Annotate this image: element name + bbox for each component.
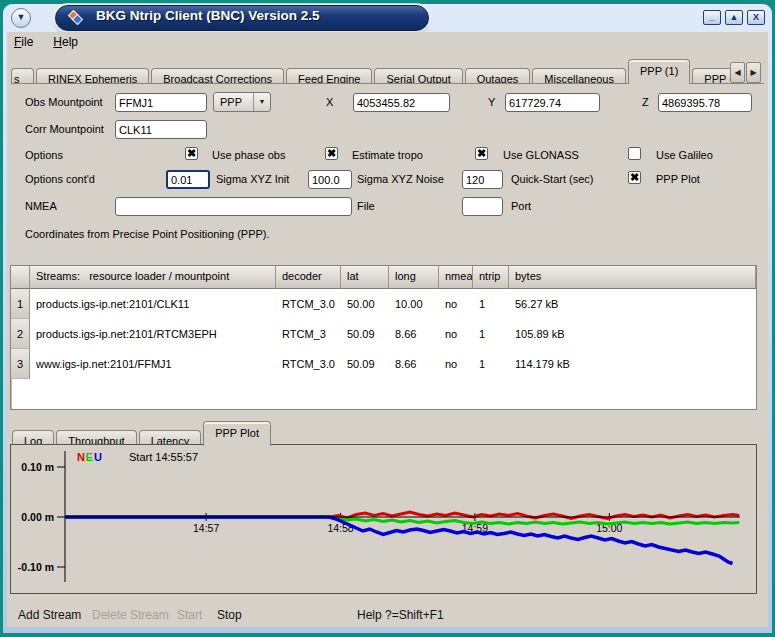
corr-mountpoint-input[interactable]: [115, 120, 207, 139]
use-glonass-label: Use GLONASS: [503, 149, 579, 161]
row-number[interactable]: 1: [11, 289, 30, 319]
titlebar[interactable]: ▼ BKG Ntrip Client (BNC) Version 2.5 _ ▲…: [3, 4, 772, 32]
table-cell: 50.09: [341, 349, 389, 379]
file-label: File: [357, 200, 375, 212]
options-label: Options: [25, 149, 63, 161]
table-cell: 8.66: [389, 319, 439, 349]
mode-select-value: PPP: [214, 93, 253, 111]
table-row[interactable]: 1products.igs-ip.net:2101/CLK11RTCM_3.05…: [11, 289, 756, 319]
row-number[interactable]: 3: [11, 349, 30, 379]
tab-miscellaneous[interactable]: Miscellaneous: [532, 68, 626, 84]
window-controls: _ ▲ X: [703, 10, 765, 25]
tab-s[interactable]: s: [11, 68, 34, 84]
tab-ppp-2-[interactable]: PPP (2): [692, 68, 730, 84]
port-label: Port: [511, 200, 531, 212]
desktop-frame: ▼ BKG Ntrip Client (BNC) Version 2.5 _ ▲…: [0, 0, 775, 637]
table-cell: RTCM_3: [276, 319, 341, 349]
app-icon: [66, 8, 84, 26]
row-number[interactable]: 2: [11, 319, 30, 349]
table-cell: products.igs-ip.net:2101/CLK11: [30, 289, 276, 319]
obs-mountpoint-input[interactable]: [115, 93, 207, 112]
estimate-tropo-label: Estimate tropo: [352, 149, 423, 161]
tab-feed-engine[interactable]: Feed Engine: [286, 68, 372, 84]
use-glonass-checkbox[interactable]: ✖: [475, 147, 488, 160]
table-cell: RTCM_3.0: [276, 349, 341, 379]
table-cell: 1: [473, 319, 509, 349]
table-cell: 8.66: [389, 349, 439, 379]
tab-outages[interactable]: Outages: [465, 68, 531, 84]
table-cell: 114.179 kB: [509, 349, 756, 379]
table-row[interactable]: 2products.igs-ip.net:2101/RTCM3EPHRTCM_3…: [11, 319, 756, 349]
menu-file[interactable]: File: [8, 33, 39, 51]
tab-ppp-plot[interactable]: PPP Plot: [203, 421, 271, 446]
sigma-xyz-noise-label: Sigma XYZ Noise: [357, 173, 444, 185]
mode-select[interactable]: PPP ▼: [213, 92, 271, 112]
z-label: Z: [642, 96, 649, 108]
x-coordinate-input[interactable]: [353, 93, 450, 112]
tab-broadcast-corrections[interactable]: Broadcast Corrections: [151, 68, 284, 84]
table-cell: no: [439, 319, 473, 349]
tab-rinex-ephemeris[interactable]: RINEX Ephemeris: [36, 68, 149, 84]
panel-caption: Coordinates from Precise Point Positioni…: [25, 228, 270, 240]
minimize-icon[interactable]: _: [703, 10, 721, 25]
plot-start-time: Start 14:55:57: [129, 451, 198, 463]
legend-U: U: [94, 451, 102, 463]
column-header: long: [389, 266, 439, 289]
delete-stream-button[interactable]: Delete Stream: [88, 606, 173, 624]
svg-text:0.10 m: 0.10 m: [21, 461, 54, 473]
ppp-plot-canvas: 0.10 m0.00 m-0.10 m14:5714:5814:5915:00N…: [11, 445, 756, 593]
column-header: nmea: [439, 266, 473, 289]
chevron-down-icon: ▼: [17, 12, 26, 22]
z-coordinate-input[interactable]: [658, 93, 752, 112]
streams-table: Streams: resource loader / mountpointdec…: [10, 265, 757, 410]
start-button[interactable]: Start: [173, 606, 206, 624]
main-tab-bar: sRINEX EphemerisBroadcast CorrectionsFee…: [11, 59, 730, 84]
table-cell: 50.09: [341, 319, 389, 349]
sigma-xyz-init-label: Sigma XYZ Init: [216, 173, 289, 185]
column-header: bytes: [509, 266, 756, 289]
sigma-xyz-noise-input[interactable]: [308, 170, 352, 189]
x-label: X: [326, 96, 333, 108]
tab-scroll-buttons: ◀ ▶: [730, 62, 761, 83]
use-phase-obs-checkbox[interactable]: ✖: [185, 147, 198, 160]
close-icon[interactable]: X: [747, 10, 765, 25]
table-cell: no: [439, 349, 473, 379]
column-header: Streams: resource loader / mountpoint: [30, 266, 276, 289]
y-coordinate-input[interactable]: [505, 93, 600, 112]
corr-mountpoint-label: Corr Mountpoint: [25, 123, 104, 135]
table-cell: RTCM_3.0: [276, 289, 341, 319]
ppp-plot-panel: 0.10 m0.00 m-0.10 m14:5714:5814:5915:00N…: [10, 444, 757, 594]
table-row[interactable]: 3www.igs-ip.net:2101/FFMJ1RTCM_3.050.098…: [11, 349, 756, 379]
nmea-file-input[interactable]: [115, 197, 352, 216]
table-cell: 56.27 kB: [509, 289, 756, 319]
tab-serial-output[interactable]: Serial Output: [374, 68, 462, 84]
estimate-tropo-checkbox[interactable]: ✖: [325, 147, 338, 160]
tab-scroll-left-icon[interactable]: ◀: [730, 62, 745, 83]
maximize-icon[interactable]: ▲: [725, 10, 743, 25]
table-cell: 105.89 kB: [509, 319, 756, 349]
action-bar: Help ?=Shift+F1 Add StreamDelete StreamS…: [7, 606, 768, 626]
table-cell: 50.00: [341, 289, 389, 319]
window-menu-button[interactable]: ▼: [11, 8, 31, 28]
table-cell: www.igs-ip.net:2101/FFMJ1: [30, 349, 276, 379]
column-header: lat: [341, 266, 389, 289]
sigma-xyz-init-input[interactable]: [166, 170, 210, 189]
options-contd-label: Options cont'd: [25, 173, 95, 185]
table-cell: products.igs-ip.net:2101/RTCM3EPH: [30, 319, 276, 349]
use-galileo-checkbox[interactable]: [628, 147, 641, 160]
column-header: decoder: [276, 266, 341, 289]
nmea-label: NMEA: [25, 200, 57, 212]
add-stream-button[interactable]: Add Stream: [14, 606, 85, 624]
ppp-plot-checkbox[interactable]: ✖: [628, 171, 641, 184]
chevron-down-icon: ▼: [253, 93, 270, 111]
y-label: Y: [488, 96, 495, 108]
tab-ppp-1-[interactable]: PPP (1): [628, 59, 690, 84]
stop-button[interactable]: Stop: [213, 606, 246, 624]
use-phase-obs-label: Use phase obs: [212, 149, 285, 161]
svg-text:0.00 m: 0.00 m: [21, 511, 54, 523]
tab-scroll-right-icon[interactable]: ▶: [746, 62, 761, 83]
quick-start-input[interactable]: [462, 170, 503, 189]
column-header: ntrip: [473, 266, 509, 289]
nmea-port-input[interactable]: [462, 197, 503, 216]
menu-help[interactable]: Help: [47, 33, 84, 51]
